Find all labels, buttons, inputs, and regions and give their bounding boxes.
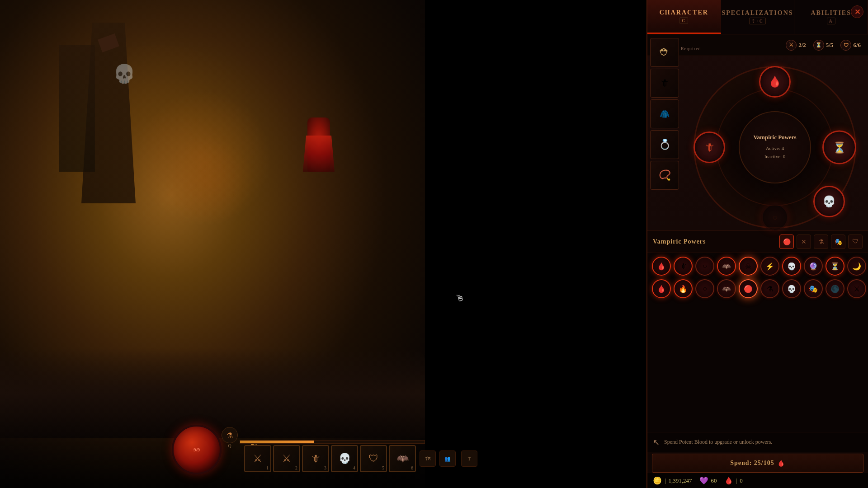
power-11[interactable]: 🩸 <box>652 279 671 298</box>
power-13[interactable]: ○ <box>695 279 714 298</box>
cave-floor <box>0 348 425 438</box>
wheel-node-br-icon: 💀 <box>822 195 836 208</box>
tab-bar: CHARACTER C SPECIALIZATIONS ⇧+C ABILITIE… <box>647 0 868 34</box>
equip-slot-armor[interactable]: 🧥 <box>650 99 679 128</box>
party-slot[interactable]: 👥 <box>439 450 456 467</box>
equip-slot-ring[interactable]: 💍 <box>650 130 679 159</box>
power-3[interactable]: ○ <box>695 257 714 276</box>
health-max: 9 <box>198 447 200 452</box>
exp-bar <box>240 440 425 444</box>
gold-icon: 🪙 <box>653 476 662 485</box>
power-7[interactable]: 💀 <box>782 257 801 276</box>
equip-slot-helmet[interactable]: ⛑ <box>650 38 679 67</box>
skull-deco: 💀 <box>113 63 136 84</box>
wheel-area: 𝓡 𝓡 𝓡 𝓡 Vampiric Powers Active: 4 Inacti… <box>682 34 868 260</box>
power-12[interactable]: 🔥 <box>674 279 693 298</box>
filter-x[interactable]: ✕ <box>797 235 811 249</box>
hud-bar: 9/9 ⚗ Q 45 ⚔1 ⚔2 🗡3 💀4 🛡5 🦇6 🗺 👥 T <box>0 434 425 488</box>
powers-header: Vampiric Powers 🔴 ✕ ⚗ 🎭 🛡 <box>647 231 868 253</box>
wheel-node-bottom[interactable]: ○ <box>761 204 788 231</box>
blood-item: 🩸 | 0 <box>724 476 743 485</box>
gold-value: 1,391,247 <box>669 477 692 484</box>
action-slot-1[interactable]: ⚔1 <box>244 445 271 472</box>
action-slot-5[interactable]: 🛡5 <box>360 445 387 472</box>
helmet-item: ⛑ <box>652 40 677 65</box>
power-15[interactable]: 🔴 <box>739 279 758 298</box>
wheel-node-bottom-right[interactable]: 💀 <box>813 186 845 217</box>
torch-light <box>136 90 271 226</box>
power-14[interactable]: 🦇 <box>717 279 736 298</box>
power-17[interactable]: 💀 <box>782 279 801 298</box>
torch-light-2 <box>163 136 253 226</box>
wheel-node-left-icon: 🗡 <box>704 141 715 154</box>
spend-label: Spend: 25/105 <box>730 460 774 467</box>
tab-specializations[interactable]: SPECIALIZATIONS ⇧+C <box>721 0 795 34</box>
filter-shield[interactable]: 🛡 <box>848 235 863 249</box>
wheel-center: Vampiric Powers Active: 4 Inactive: 0 <box>739 111 811 183</box>
wheel-node-right[interactable]: ⏳ <box>822 131 856 164</box>
powers-filters: 🔴 ✕ ⚗ 🎭 🛡 <box>779 235 863 249</box>
crystal-icon: 💜 <box>699 476 708 485</box>
crystal-value: 60 <box>711 477 717 484</box>
wheel-node-b-icon: ○ <box>772 212 778 223</box>
armor-item: 🧥 <box>652 102 677 126</box>
blood-value: 0 <box>740 477 743 484</box>
potion-slot[interactable]: ⚗ Q <box>222 427 238 448</box>
tab-character[interactable]: CHARACTER C <box>647 0 721 34</box>
wheel-node-top[interactable]: 🩸 <box>759 66 791 98</box>
filter-blood[interactable]: 🔴 <box>779 235 794 249</box>
blood-icon-bar: 🩸 <box>724 476 733 485</box>
power-8[interactable]: 🔮 <box>804 257 823 276</box>
info-text: Spend Potent Blood to upgrade or unlock … <box>664 439 863 446</box>
wheel-node-top-icon: 🩸 <box>768 75 782 88</box>
powers-info-bar: ↖ Spend Potent Blood to upgrade or unloc… <box>647 432 868 452</box>
powers-section: Vampiric Powers 🔴 ✕ ⚗ 🎭 🛡 🩸 🗡 ○ 🦇 ☠ ⚡ 💀 … <box>647 230 868 452</box>
action-slot-2[interactable]: ⚔2 <box>273 445 300 472</box>
amulet-item: 📿 <box>652 163 677 188</box>
exp-fill <box>240 441 314 443</box>
powers-title: Vampiric Powers <box>653 238 779 245</box>
player-character <box>307 117 330 172</box>
close-button[interactable]: ✕ <box>851 5 863 18</box>
wood-plank <box>59 45 95 172</box>
action-slot-3[interactable]: 🗡3 <box>302 445 329 472</box>
equip-slot-weapon[interactable]: 🗡 <box>650 69 679 98</box>
power-4[interactable]: 🦇 <box>717 257 736 276</box>
right-panel: CHARACTER C SPECIALIZATIONS ⇧+C ABILITIE… <box>646 0 868 488</box>
power-18[interactable]: 🎭 <box>804 279 823 298</box>
power-10[interactable]: 🌙 <box>847 257 866 276</box>
power-6[interactable]: ⚡ <box>760 257 779 276</box>
power-19[interactable]: 🌑 <box>826 279 844 298</box>
spend-button[interactable]: Spend: 25/105 🩸 <box>652 454 863 473</box>
power-wheel: 𝓡 𝓡 𝓡 𝓡 Vampiric Powers Active: 4 Inacti… <box>689 57 861 238</box>
cursor-icon: ↖ <box>653 437 660 447</box>
wheel-inactive-stat: Inactive: 0 <box>764 153 786 161</box>
power-5[interactable]: ☠ <box>739 257 758 276</box>
weapon-item: 🗡 <box>652 71 677 95</box>
filter-flask[interactable]: ⚗ <box>814 235 828 249</box>
power-2[interactable]: 🗡 <box>674 257 693 276</box>
wheel-center-title: Vampiric Powers <box>753 134 796 141</box>
spend-blood-icon: 🩸 <box>777 460 785 467</box>
action-bar: ⚔1 ⚔2 🗡3 💀4 🛡5 🦇6 🗺 👥 T <box>244 445 477 472</box>
powers-grid-row2: 🩸 🔥 ○ 🦇 🔴 ⚗ 💀 🎭 🌑 ⚔ <box>647 279 868 302</box>
equip-slot-amulet[interactable]: 📿 <box>650 161 679 190</box>
map-slot[interactable]: 🗺 <box>420 450 436 467</box>
crystal-item: 💜 60 <box>699 476 717 485</box>
wheel-active-stat: Active: 4 <box>766 145 784 153</box>
gold-item: 🪙 | 1,391,247 <box>653 476 692 485</box>
power-1[interactable]: 🩸 <box>652 257 671 276</box>
potion-label: Q <box>222 443 238 448</box>
power-9[interactable]: ⏳ <box>826 257 844 276</box>
action-slot-4[interactable]: 💀4 <box>331 445 358 472</box>
action-slot-6[interactable]: 🦇6 <box>389 445 416 472</box>
mouse-cursor: 🖱 <box>455 292 466 304</box>
power-20[interactable]: ⚔ <box>847 279 866 298</box>
filter-mask[interactable]: 🎭 <box>831 235 845 249</box>
health-current: 9 <box>193 447 196 452</box>
wheel-node-left[interactable]: 🗡 <box>693 131 725 163</box>
extra-slot[interactable]: T <box>461 450 477 467</box>
power-16[interactable]: ⚗ <box>760 279 779 298</box>
gold-bar: 🪙 | 1,391,247 💜 60 🩸 | 0 <box>647 473 868 488</box>
ring-item: 💍 <box>652 132 677 157</box>
